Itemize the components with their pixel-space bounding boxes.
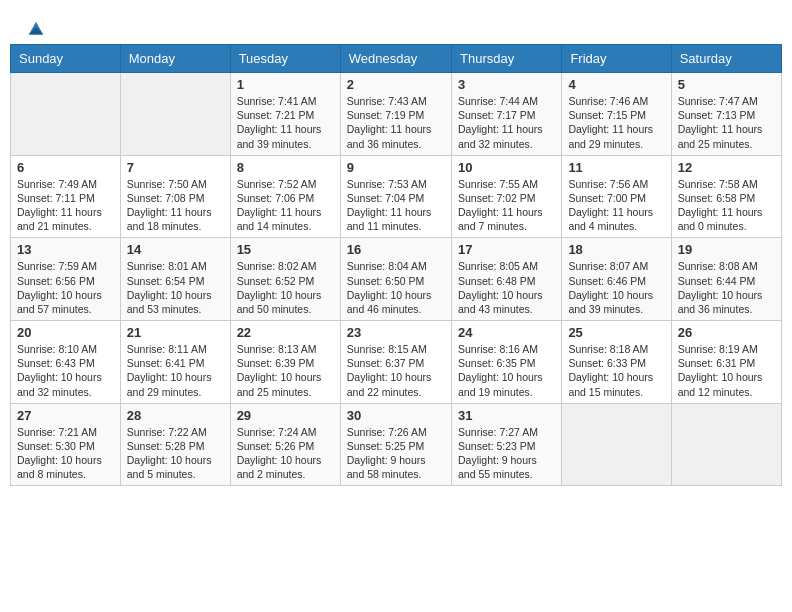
day-number: 24 (458, 325, 555, 340)
day-number: 1 (237, 77, 334, 92)
day-info: Sunrise: 8:16 AM Sunset: 6:35 PM Dayligh… (458, 342, 555, 399)
day-info: Sunrise: 7:55 AM Sunset: 7:02 PM Dayligh… (458, 177, 555, 234)
day-info: Sunrise: 8:18 AM Sunset: 6:33 PM Dayligh… (568, 342, 664, 399)
calendar-cell: 8Sunrise: 7:52 AM Sunset: 7:06 PM Daylig… (230, 155, 340, 238)
day-info: Sunrise: 7:27 AM Sunset: 5:23 PM Dayligh… (458, 425, 555, 482)
day-info: Sunrise: 7:52 AM Sunset: 7:06 PM Dayligh… (237, 177, 334, 234)
calendar-cell: 27Sunrise: 7:21 AM Sunset: 5:30 PM Dayli… (11, 403, 121, 486)
weekday-header-cell: Monday (120, 45, 230, 73)
day-number: 3 (458, 77, 555, 92)
day-number: 21 (127, 325, 224, 340)
calendar-cell (671, 403, 781, 486)
calendar-week-row: 27Sunrise: 7:21 AM Sunset: 5:30 PM Dayli… (11, 403, 782, 486)
weekday-header-cell: Sunday (11, 45, 121, 73)
calendar-cell: 6Sunrise: 7:49 AM Sunset: 7:11 PM Daylig… (11, 155, 121, 238)
day-number: 18 (568, 242, 664, 257)
calendar-cell: 1Sunrise: 7:41 AM Sunset: 7:21 PM Daylig… (230, 73, 340, 156)
day-info: Sunrise: 7:49 AM Sunset: 7:11 PM Dayligh… (17, 177, 114, 234)
calendar-cell: 24Sunrise: 8:16 AM Sunset: 6:35 PM Dayli… (451, 321, 561, 404)
day-info: Sunrise: 8:04 AM Sunset: 6:50 PM Dayligh… (347, 259, 445, 316)
weekday-header-cell: Wednesday (340, 45, 451, 73)
weekday-header-cell: Saturday (671, 45, 781, 73)
calendar-cell: 13Sunrise: 7:59 AM Sunset: 6:56 PM Dayli… (11, 238, 121, 321)
day-number: 8 (237, 160, 334, 175)
day-number: 6 (17, 160, 114, 175)
calendar-cell: 19Sunrise: 8:08 AM Sunset: 6:44 PM Dayli… (671, 238, 781, 321)
calendar-cell: 9Sunrise: 7:53 AM Sunset: 7:04 PM Daylig… (340, 155, 451, 238)
day-info: Sunrise: 7:26 AM Sunset: 5:25 PM Dayligh… (347, 425, 445, 482)
day-number: 5 (678, 77, 775, 92)
day-number: 26 (678, 325, 775, 340)
day-info: Sunrise: 7:53 AM Sunset: 7:04 PM Dayligh… (347, 177, 445, 234)
calendar-table: SundayMondayTuesdayWednesdayThursdayFrid… (10, 44, 782, 486)
day-info: Sunrise: 7:58 AM Sunset: 6:58 PM Dayligh… (678, 177, 775, 234)
calendar-week-row: 6Sunrise: 7:49 AM Sunset: 7:11 PM Daylig… (11, 155, 782, 238)
day-number: 9 (347, 160, 445, 175)
day-info: Sunrise: 8:11 AM Sunset: 6:41 PM Dayligh… (127, 342, 224, 399)
calendar-cell: 31Sunrise: 7:27 AM Sunset: 5:23 PM Dayli… (451, 403, 561, 486)
day-info: Sunrise: 7:21 AM Sunset: 5:30 PM Dayligh… (17, 425, 114, 482)
calendar-week-row: 20Sunrise: 8:10 AM Sunset: 6:43 PM Dayli… (11, 321, 782, 404)
calendar-week-row: 13Sunrise: 7:59 AM Sunset: 6:56 PM Dayli… (11, 238, 782, 321)
day-info: Sunrise: 8:15 AM Sunset: 6:37 PM Dayligh… (347, 342, 445, 399)
day-number: 23 (347, 325, 445, 340)
calendar-cell: 22Sunrise: 8:13 AM Sunset: 6:39 PM Dayli… (230, 321, 340, 404)
weekday-header-cell: Tuesday (230, 45, 340, 73)
day-number: 29 (237, 408, 334, 423)
day-info: Sunrise: 7:24 AM Sunset: 5:26 PM Dayligh… (237, 425, 334, 482)
weekday-header-cell: Thursday (451, 45, 561, 73)
calendar-cell: 18Sunrise: 8:07 AM Sunset: 6:46 PM Dayli… (562, 238, 671, 321)
day-info: Sunrise: 8:10 AM Sunset: 6:43 PM Dayligh… (17, 342, 114, 399)
day-info: Sunrise: 7:43 AM Sunset: 7:19 PM Dayligh… (347, 94, 445, 151)
day-info: Sunrise: 7:56 AM Sunset: 7:00 PM Dayligh… (568, 177, 664, 234)
calendar-cell (120, 73, 230, 156)
calendar-cell: 17Sunrise: 8:05 AM Sunset: 6:48 PM Dayli… (451, 238, 561, 321)
calendar-cell (11, 73, 121, 156)
calendar-cell: 25Sunrise: 8:18 AM Sunset: 6:33 PM Dayli… (562, 321, 671, 404)
calendar-cell: 16Sunrise: 8:04 AM Sunset: 6:50 PM Dayli… (340, 238, 451, 321)
calendar-week-row: 1Sunrise: 7:41 AM Sunset: 7:21 PM Daylig… (11, 73, 782, 156)
day-number: 11 (568, 160, 664, 175)
day-info: Sunrise: 7:46 AM Sunset: 7:15 PM Dayligh… (568, 94, 664, 151)
calendar-cell: 29Sunrise: 7:24 AM Sunset: 5:26 PM Dayli… (230, 403, 340, 486)
calendar-body: 1Sunrise: 7:41 AM Sunset: 7:21 PM Daylig… (11, 73, 782, 486)
logo-icon (27, 20, 45, 38)
calendar-cell: 11Sunrise: 7:56 AM Sunset: 7:00 PM Dayli… (562, 155, 671, 238)
day-number: 30 (347, 408, 445, 423)
day-info: Sunrise: 7:59 AM Sunset: 6:56 PM Dayligh… (17, 259, 114, 316)
calendar-cell: 4Sunrise: 7:46 AM Sunset: 7:15 PM Daylig… (562, 73, 671, 156)
calendar-cell (562, 403, 671, 486)
calendar-cell: 5Sunrise: 7:47 AM Sunset: 7:13 PM Daylig… (671, 73, 781, 156)
day-info: Sunrise: 8:07 AM Sunset: 6:46 PM Dayligh… (568, 259, 664, 316)
day-info: Sunrise: 8:08 AM Sunset: 6:44 PM Dayligh… (678, 259, 775, 316)
day-info: Sunrise: 7:22 AM Sunset: 5:28 PM Dayligh… (127, 425, 224, 482)
day-info: Sunrise: 8:19 AM Sunset: 6:31 PM Dayligh… (678, 342, 775, 399)
day-number: 28 (127, 408, 224, 423)
calendar-cell: 23Sunrise: 8:15 AM Sunset: 6:37 PM Dayli… (340, 321, 451, 404)
calendar-cell: 2Sunrise: 7:43 AM Sunset: 7:19 PM Daylig… (340, 73, 451, 156)
calendar-cell: 10Sunrise: 7:55 AM Sunset: 7:02 PM Dayli… (451, 155, 561, 238)
day-info: Sunrise: 7:47 AM Sunset: 7:13 PM Dayligh… (678, 94, 775, 151)
logo (25, 20, 45, 34)
day-info: Sunrise: 7:50 AM Sunset: 7:08 PM Dayligh… (127, 177, 224, 234)
day-number: 2 (347, 77, 445, 92)
calendar-cell: 30Sunrise: 7:26 AM Sunset: 5:25 PM Dayli… (340, 403, 451, 486)
day-number: 12 (678, 160, 775, 175)
day-info: Sunrise: 8:01 AM Sunset: 6:54 PM Dayligh… (127, 259, 224, 316)
calendar-cell: 26Sunrise: 8:19 AM Sunset: 6:31 PM Dayli… (671, 321, 781, 404)
calendar-cell: 12Sunrise: 7:58 AM Sunset: 6:58 PM Dayli… (671, 155, 781, 238)
day-info: Sunrise: 8:13 AM Sunset: 6:39 PM Dayligh… (237, 342, 334, 399)
day-number: 20 (17, 325, 114, 340)
day-number: 15 (237, 242, 334, 257)
calendar-cell: 21Sunrise: 8:11 AM Sunset: 6:41 PM Dayli… (120, 321, 230, 404)
day-number: 4 (568, 77, 664, 92)
calendar-cell: 20Sunrise: 8:10 AM Sunset: 6:43 PM Dayli… (11, 321, 121, 404)
calendar-cell: 3Sunrise: 7:44 AM Sunset: 7:17 PM Daylig… (451, 73, 561, 156)
day-number: 25 (568, 325, 664, 340)
day-number: 27 (17, 408, 114, 423)
weekday-header-row: SundayMondayTuesdayWednesdayThursdayFrid… (11, 45, 782, 73)
day-number: 19 (678, 242, 775, 257)
day-info: Sunrise: 7:44 AM Sunset: 7:17 PM Dayligh… (458, 94, 555, 151)
calendar-cell: 15Sunrise: 8:02 AM Sunset: 6:52 PM Dayli… (230, 238, 340, 321)
day-number: 10 (458, 160, 555, 175)
